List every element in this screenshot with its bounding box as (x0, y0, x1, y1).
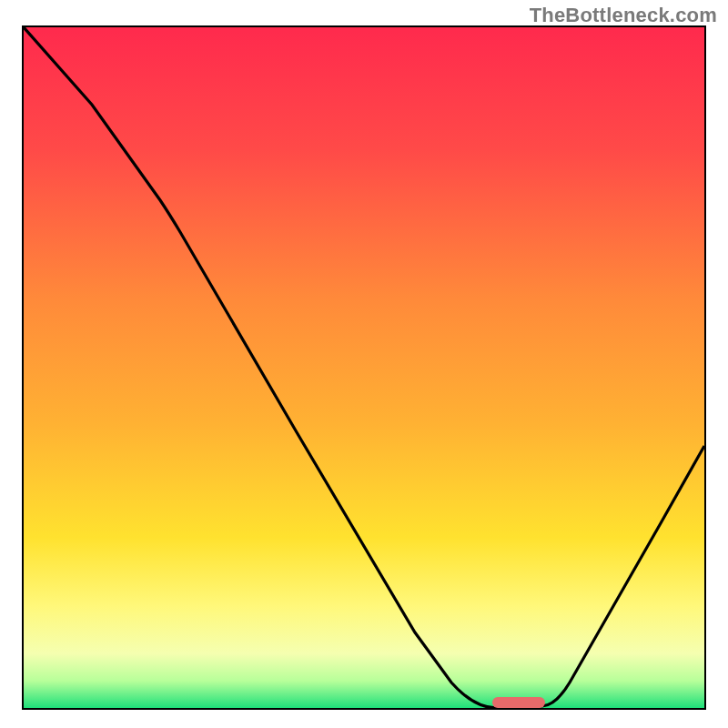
bottleneck-curve (24, 27, 704, 708)
curve-path (24, 27, 704, 708)
plot-area (22, 25, 706, 710)
optimum-marker (492, 697, 545, 708)
watermark-text: TheBottleneck.com (530, 4, 717, 27)
chart-stage: TheBottleneck.com (0, 0, 728, 728)
